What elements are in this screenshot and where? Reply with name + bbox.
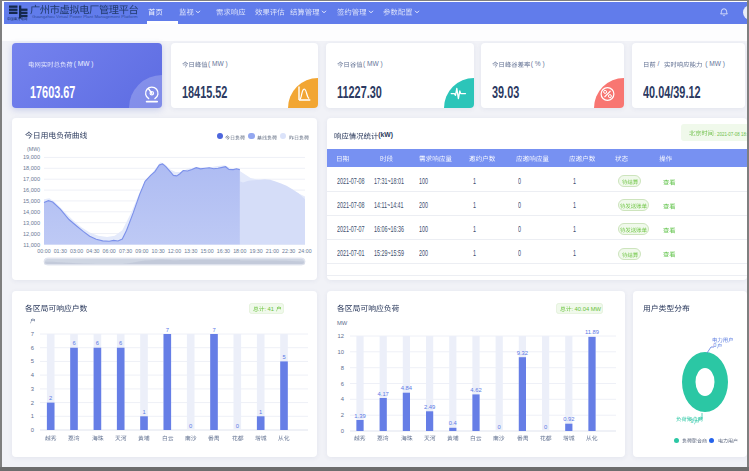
- svg-text:8: 8: [341, 365, 344, 371]
- svg-text:0: 0: [341, 428, 344, 434]
- svg-text:11.89: 11.89: [585, 329, 599, 335]
- svg-text:1.39: 1.39: [354, 413, 365, 419]
- svg-text:0.92: 0.92: [563, 416, 574, 422]
- svg-text:2.49: 2.49: [424, 404, 435, 410]
- svg-text:MW: MW: [337, 320, 348, 326]
- svg-text:0.4: 0.4: [449, 420, 458, 426]
- svg-text:10: 10: [338, 349, 344, 355]
- svg-text:4: 4: [341, 396, 345, 402]
- svg-text:4.17: 4.17: [378, 391, 389, 397]
- svg-text:9.32: 9.32: [517, 350, 528, 356]
- svg-text:12: 12: [338, 333, 344, 339]
- svg-text:2: 2: [341, 412, 344, 418]
- svg-text:0: 0: [498, 424, 501, 430]
- svg-text:: 2021-07-08 18:05:32: : 2021-07-08 18:05:32: [715, 130, 748, 137]
- svg-text:6: 6: [341, 381, 344, 387]
- svg-text:4.84: 4.84: [401, 385, 413, 391]
- svg-text:4.62: 4.62: [470, 387, 481, 393]
- svg-text:0: 0: [544, 424, 547, 430]
